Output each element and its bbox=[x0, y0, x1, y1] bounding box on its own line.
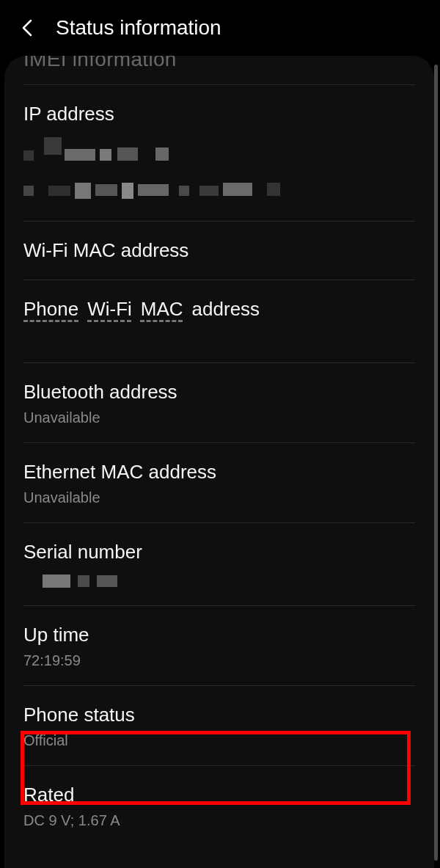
row-label: IMEI information bbox=[23, 56, 177, 70]
row-label: Phone status bbox=[23, 702, 415, 728]
list-item-imei[interactable]: IMEI information bbox=[23, 56, 415, 71]
row-label: Wi-Fi MAC address bbox=[23, 238, 415, 263]
list-item-wifi-mac[interactable]: Wi-Fi MAC address bbox=[23, 221, 415, 280]
row-value: DC 9 V; 1.67 A bbox=[23, 812, 415, 829]
redacted-value bbox=[23, 142, 415, 196]
row-label: Up time bbox=[23, 622, 415, 648]
list-item-ethernet[interactable]: Ethernet MAC address Unavailable bbox=[23, 442, 415, 522]
list-item-phone-status[interactable]: Phone status Official bbox=[23, 685, 415, 765]
row-label: Ethernet MAC address bbox=[23, 459, 415, 485]
scrollbar[interactable] bbox=[434, 65, 438, 861]
list-item-serial[interactable]: Serial number bbox=[23, 522, 415, 605]
row-value: Unavailable bbox=[23, 489, 415, 506]
row-value: Unavailable bbox=[23, 409, 415, 426]
list-item-ip-address[interactable]: IP address bbox=[23, 84, 415, 221]
row-value: Official bbox=[23, 732, 415, 749]
list-item-uptime[interactable]: Up time 72:19:59 bbox=[23, 605, 415, 685]
list-item-rated[interactable]: Rated DC 9 V; 1.67 A bbox=[23, 765, 415, 845]
page-title: Status information bbox=[56, 16, 221, 40]
row-label: Rated bbox=[23, 782, 415, 808]
row-label: Serial number bbox=[23, 539, 415, 565]
row-label: Bluetooth address bbox=[23, 379, 415, 405]
content-panel: IMEI information IP address bbox=[4, 56, 434, 868]
row-label: Phone Wi-Fi MAC address bbox=[23, 296, 415, 322]
redacted-value bbox=[23, 573, 415, 589]
back-icon[interactable] bbox=[21, 21, 35, 35]
row-value: 72:19:59 bbox=[23, 652, 415, 669]
header: Status information bbox=[0, 0, 440, 56]
row-label: IP address bbox=[23, 101, 415, 127]
list-item-bluetooth[interactable]: Bluetooth address Unavailable bbox=[23, 362, 415, 442]
list-item-phone-wifi-mac[interactable]: Phone Wi-Fi MAC address bbox=[23, 280, 415, 362]
